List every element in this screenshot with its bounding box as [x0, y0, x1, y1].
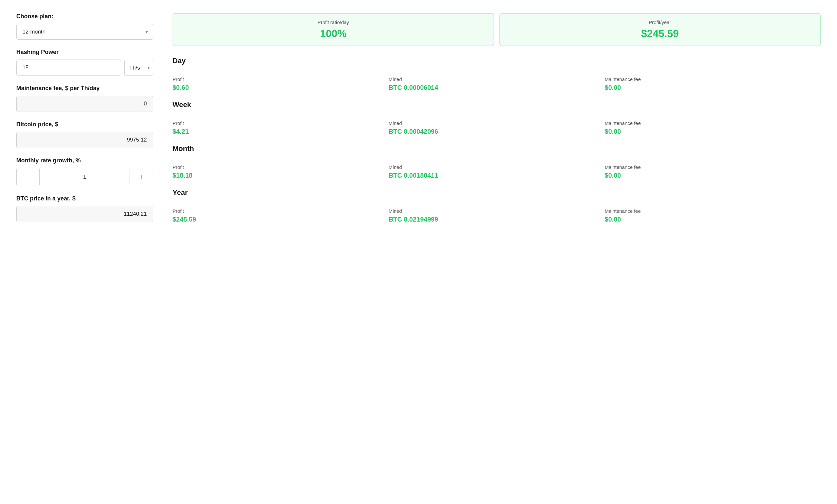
stepper-row: − + — [16, 168, 153, 186]
fee-label-year: Maintenance fee — [605, 208, 821, 214]
stat-fee-col-week: Maintenance fee $0.00 — [605, 120, 821, 135]
stat-fee-col-year: Maintenance fee $0.00 — [605, 208, 821, 223]
stat-profit-col-year: Profit $245.59 — [173, 208, 389, 223]
main-layout: Choose plan: 12 month 6 month 3 month 1 … — [16, 13, 821, 232]
period-section-week: Week Profit $4.21 Mined BTC 0.00042096 M… — [173, 100, 821, 135]
profit-ratio-card: Profit ratio/day 100% — [173, 13, 494, 46]
stepper-plus-button[interactable]: + — [130, 168, 153, 186]
plan-select-wrapper: 12 month 6 month 3 month 1 month ▾ — [16, 24, 153, 40]
unit-select-wrapper: Th/s Ph/s Gh/s ▾ — [124, 60, 153, 76]
monthly-rate-label: Monthly rate growth, % — [16, 157, 153, 164]
right-panel: Profit ratio/day 100% Profit/year $245.5… — [173, 13, 821, 232]
hashing-power-input[interactable] — [16, 59, 121, 76]
profit-ratio-label: Profit ratio/day — [181, 20, 486, 25]
stat-profit-col-month: Profit $18.18 — [173, 164, 389, 179]
hashing-row: Th/s Ph/s Gh/s ▾ — [16, 59, 153, 76]
choose-plan-label: Choose plan: — [16, 13, 153, 20]
profit-label-month: Profit — [173, 164, 389, 170]
stat-fee-col-month: Maintenance fee $0.00 — [605, 164, 821, 179]
hashing-power-group: Hashing Power Th/s Ph/s Gh/s ▾ — [16, 49, 153, 76]
fee-label-month: Maintenance fee — [605, 164, 821, 170]
stat-mined-col-day: Mined BTC 0.00006014 — [389, 76, 605, 91]
maintenance-fee-input[interactable] — [16, 96, 153, 112]
profit-ratio-value: 100% — [181, 27, 486, 40]
period-stats-day: Profit $0.60 Mined BTC 0.00006014 Mainte… — [173, 73, 821, 91]
profit-value-week: $4.21 — [173, 128, 389, 135]
stat-mined-col-month: Mined BTC 0.00180411 — [389, 164, 605, 179]
btc-price-year-input[interactable] — [16, 206, 153, 222]
btc-price-year-group: BTC price in a year, $ — [16, 195, 153, 222]
period-section-year: Year Profit $245.59 Mined BTC 0.02194999… — [173, 188, 821, 223]
profit-year-card: Profit/year $245.59 — [499, 13, 821, 46]
profit-year-label: Profit/year — [508, 20, 813, 25]
mined-label-month: Mined — [389, 164, 605, 170]
bitcoin-price-label: Bitcoin price, $ — [16, 121, 153, 128]
monthly-rate-group: Monthly rate growth, % − + — [16, 157, 153, 186]
fee-value-month: $0.00 — [605, 172, 821, 179]
period-title-month: Month — [173, 145, 821, 157]
plus-icon: + — [139, 173, 144, 181]
stat-profit-col-day: Profit $0.60 — [173, 76, 389, 91]
profit-value-day: $0.60 — [173, 84, 389, 91]
btc-price-year-label: BTC price in a year, $ — [16, 195, 153, 202]
mined-value-month: BTC 0.00180411 — [389, 172, 605, 179]
mined-value-week: BTC 0.00042096 — [389, 128, 605, 135]
stat-mined-col-week: Mined BTC 0.00042096 — [389, 120, 605, 135]
minus-icon: − — [26, 173, 30, 181]
maintenance-fee-label: Maintenance fee, $ per Th/day — [16, 85, 153, 92]
period-title-day: Day — [173, 57, 821, 69]
fee-label-day: Maintenance fee — [605, 76, 821, 82]
maintenance-fee-group: Maintenance fee, $ per Th/day — [16, 85, 153, 112]
monthly-rate-input[interactable] — [39, 169, 130, 185]
mined-value-year: BTC 0.02194999 — [389, 216, 605, 223]
fee-label-week: Maintenance fee — [605, 120, 821, 126]
mined-label-week: Mined — [389, 120, 605, 126]
mined-label-year: Mined — [389, 208, 605, 214]
stat-fee-col-day: Maintenance fee $0.00 — [605, 76, 821, 91]
mined-label-day: Mined — [389, 76, 605, 82]
period-stats-week: Profit $4.21 Mined BTC 0.00042096 Mainte… — [173, 117, 821, 135]
profit-label-week: Profit — [173, 120, 389, 126]
periods-container: Day Profit $0.60 Mined BTC 0.00006014 Ma… — [173, 57, 821, 223]
period-stats-month: Profit $18.18 Mined BTC 0.00180411 Maint… — [173, 161, 821, 179]
profit-label-day: Profit — [173, 76, 389, 82]
profit-year-value: $245.59 — [508, 27, 813, 40]
plan-select[interactable]: 12 month 6 month 3 month 1 month — [16, 24, 153, 40]
stat-mined-col-year: Mined BTC 0.02194999 — [389, 208, 605, 223]
profit-label-year: Profit — [173, 208, 389, 214]
bitcoin-price-input[interactable] — [16, 132, 153, 148]
choose-plan-group: Choose plan: 12 month 6 month 3 month 1 … — [16, 13, 153, 40]
profit-value-month: $18.18 — [173, 172, 389, 179]
left-panel: Choose plan: 12 month 6 month 3 month 1 … — [16, 13, 153, 231]
fee-value-week: $0.00 — [605, 128, 821, 135]
mined-value-day: BTC 0.00006014 — [389, 84, 605, 91]
hashing-power-label: Hashing Power — [16, 49, 153, 56]
period-title-year: Year — [173, 188, 821, 201]
unit-select[interactable]: Th/s Ph/s Gh/s — [124, 60, 153, 76]
period-section-day: Day Profit $0.60 Mined BTC 0.00006014 Ma… — [173, 57, 821, 91]
bitcoin-price-group: Bitcoin price, $ — [16, 121, 153, 148]
fee-value-year: $0.00 — [605, 216, 821, 223]
stepper-minus-button[interactable]: − — [17, 168, 39, 186]
period-stats-year: Profit $245.59 Mined BTC 0.02194999 Main… — [173, 205, 821, 223]
profit-value-year: $245.59 — [173, 216, 389, 223]
period-section-month: Month Profit $18.18 Mined BTC 0.00180411… — [173, 145, 821, 179]
fee-value-day: $0.00 — [605, 84, 821, 91]
stat-profit-col-week: Profit $4.21 — [173, 120, 389, 135]
summary-cards: Profit ratio/day 100% Profit/year $245.5… — [173, 13, 821, 46]
period-title-week: Week — [173, 100, 821, 113]
